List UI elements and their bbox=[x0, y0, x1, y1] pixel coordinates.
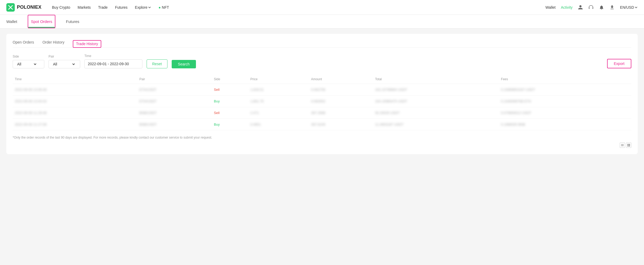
sub-nav-futures[interactable]: Futures bbox=[66, 15, 79, 28]
nav-links: Buy Crypto Markets Trade Futures Explore… bbox=[52, 5, 537, 10]
table-row: 2022-09-08 13:04:43 ETH/USDT Buy 1,661.7… bbox=[13, 96, 631, 107]
cell-time: 2022-09-08 11:27:08 bbox=[13, 119, 137, 130]
date-range-input[interactable] bbox=[84, 59, 142, 68]
navbar: POLONIEX Buy Crypto Markets Trade Future… bbox=[0, 0, 644, 15]
export-button[interactable]: Export bbox=[607, 59, 631, 68]
side-select[interactable]: All Buy Sell bbox=[16, 62, 37, 67]
nav-explore[interactable]: Explore bbox=[135, 5, 151, 10]
cell-price: 1,629.51 bbox=[248, 84, 309, 96]
svg-rect-4 bbox=[621, 146, 624, 146]
cell-price: 0.4851 bbox=[248, 119, 309, 130]
trade-history-table-wrapper: Time Pair Side Price Amount Total Fees 2… bbox=[13, 75, 631, 130]
cell-total: 104.10960475 USDT bbox=[373, 96, 499, 107]
nav-wallet-link[interactable]: Wallet bbox=[545, 5, 555, 10]
content-card: Open Orders Order History Trade History … bbox=[6, 34, 638, 154]
col-total: Total bbox=[373, 75, 499, 84]
sub-nav-wallet[interactable]: Wallet bbox=[6, 15, 17, 28]
headset-icon[interactable] bbox=[588, 5, 594, 10]
filters-row: Side All Buy Sell Pair All BTC/USDT ETH/… bbox=[13, 54, 631, 68]
time-filter-group: Time bbox=[84, 54, 142, 68]
col-pair: Pair bbox=[137, 75, 212, 84]
cell-side: Buy bbox=[212, 119, 248, 130]
layout-icons bbox=[13, 143, 631, 148]
pair-select-wrapper[interactable]: All BTC/USDT ETH/USDT bbox=[49, 60, 80, 68]
svg-rect-5 bbox=[627, 144, 629, 145]
svg-rect-8 bbox=[629, 145, 630, 147]
cell-pair: BNB/USDT bbox=[137, 119, 212, 130]
lang-selector[interactable]: EN/USD bbox=[620, 5, 638, 10]
svg-rect-3 bbox=[621, 145, 624, 145]
reset-button[interactable]: Reset bbox=[147, 59, 167, 68]
cell-fees: 0.079900012 USDT bbox=[499, 107, 631, 119]
nav-activity-link[interactable]: Activity bbox=[561, 5, 573, 10]
cell-amount: 0.062756 bbox=[309, 84, 373, 96]
trade-history-table: Time Pair Side Price Amount Total Fees 2… bbox=[13, 75, 631, 130]
sub-nav-spot-orders[interactable]: Spot Orders bbox=[28, 15, 55, 28]
nav-futures[interactable]: Futures bbox=[115, 5, 127, 10]
search-button[interactable]: Search bbox=[172, 60, 196, 68]
cell-price: 2.471 bbox=[248, 107, 309, 119]
nav-buy-crypto[interactable]: Buy Crypto bbox=[52, 5, 70, 10]
user-icon[interactable] bbox=[578, 5, 583, 10]
table-row: 2022-09-08 11:29:48 BNB/USDT Sell 2.471 … bbox=[13, 107, 631, 119]
col-side: Side bbox=[212, 75, 248, 84]
nav-right: Wallet Activity EN/USD bbox=[545, 5, 638, 10]
side-select-wrapper[interactable]: All Buy Sell bbox=[13, 60, 44, 68]
side-filter-group: Side All Buy Sell bbox=[13, 55, 44, 68]
col-amount: Amount bbox=[309, 75, 373, 84]
cell-total: 50.20026 USDT bbox=[373, 107, 499, 119]
tab-trade-history[interactable]: Trade History bbox=[73, 40, 101, 48]
table-body: 2022-09-08 13:06:48 ETH/USDT Sell 1,629.… bbox=[13, 84, 631, 130]
table-row: 2022-09-08 11:27:08 BNB/USDT Buy 0.4851 … bbox=[13, 119, 631, 130]
cell-side: Buy bbox=[212, 96, 248, 107]
chevron-down-icon bbox=[148, 6, 151, 9]
download-icon[interactable] bbox=[609, 5, 615, 10]
cell-pair: ETH/USDT bbox=[137, 84, 212, 96]
table-header: Time Pair Side Price Amount Total Fees bbox=[13, 75, 631, 84]
logo[interactable]: POLONIEX bbox=[6, 3, 41, 12]
main-content: Open Orders Order History Trade History … bbox=[0, 29, 644, 159]
side-label: Side bbox=[13, 55, 44, 58]
cell-pair: ETH/USDT bbox=[137, 96, 212, 107]
cell-pair: BNB/USDT bbox=[137, 107, 212, 119]
col-time: Time bbox=[13, 75, 137, 84]
cell-side: Sell bbox=[212, 107, 248, 119]
cell-price: 1,661.75 bbox=[248, 96, 309, 107]
nav-nft[interactable]: ●NFT bbox=[158, 5, 169, 10]
svg-rect-6 bbox=[629, 144, 630, 145]
footer-note: *Only the order records of the last 90 d… bbox=[13, 136, 631, 139]
nav-markets[interactable]: Markets bbox=[78, 5, 91, 10]
cell-time: 2022-09-08 13:04:43 bbox=[13, 96, 137, 107]
cell-fees: 0.10899853187 USDT bbox=[499, 84, 631, 96]
grid-layout-icon[interactable] bbox=[626, 143, 631, 148]
cell-amount: 397.3588 bbox=[309, 107, 373, 119]
cell-total: 11.0903187 USDT bbox=[373, 119, 499, 130]
bell-icon[interactable] bbox=[599, 5, 604, 10]
cell-side: Sell bbox=[212, 84, 248, 96]
col-fees: Fees bbox=[499, 75, 631, 84]
tabs: Open Orders Order History Trade History bbox=[13, 40, 631, 48]
cell-amount: 397.6245 bbox=[309, 119, 373, 130]
pair-label: Pair bbox=[49, 55, 80, 58]
cell-time: 2022-09-08 11:29:48 bbox=[13, 107, 137, 119]
tab-order-history[interactable]: Order History bbox=[42, 40, 64, 48]
cell-amount: 0.062652 bbox=[309, 96, 373, 107]
svg-rect-2 bbox=[621, 144, 624, 145]
pair-select[interactable]: All BTC/USDT ETH/USDT bbox=[52, 62, 76, 67]
cell-fees: 0.104009975B ETH bbox=[499, 96, 631, 107]
svg-rect-7 bbox=[627, 145, 629, 147]
cell-fees: 0.1986505 BNB bbox=[499, 119, 631, 130]
time-label: Time bbox=[84, 54, 142, 58]
list-layout-icon[interactable] bbox=[620, 143, 625, 148]
col-price: Price bbox=[248, 75, 309, 84]
lang-chevron-icon bbox=[635, 6, 638, 9]
pair-filter-group: Pair All BTC/USDT ETH/USDT bbox=[49, 55, 80, 68]
tab-open-orders[interactable]: Open Orders bbox=[13, 40, 34, 48]
table-row: 2022-09-08 13:06:48 ETH/USDT Sell 1,629.… bbox=[13, 84, 631, 96]
sub-navbar: Wallet Spot Orders Futures bbox=[0, 15, 644, 29]
cell-time: 2022-09-08 13:06:48 bbox=[13, 84, 137, 96]
nav-trade[interactable]: Trade bbox=[98, 5, 108, 10]
cell-total: 102.15799864 USDT bbox=[373, 84, 499, 96]
